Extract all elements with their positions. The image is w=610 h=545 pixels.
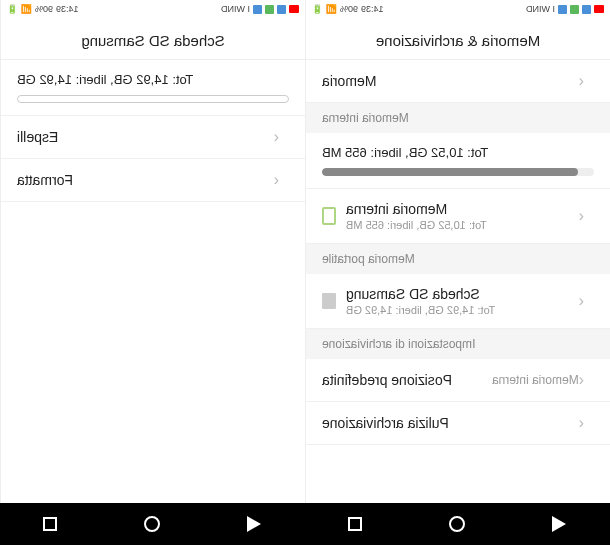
format-row[interactable]: ‹ Formatta [1, 159, 305, 202]
notif-icon [277, 5, 286, 14]
youtube-icon [289, 5, 299, 13]
sd-storage-text: Tot: 14,92 GB, liberi: 14,92 GB [17, 72, 289, 87]
section-storage-settings: Impostazioni di archiviazione [306, 329, 610, 359]
notif-icon [265, 5, 274, 14]
battery-icon: 🔋 [312, 4, 323, 14]
recent-apps-button[interactable] [44, 517, 58, 531]
internal-storage-text: Tot: 10,52 GB, liberi: 655 MB [322, 145, 594, 160]
memory-row[interactable]: ‹ Memoria [306, 60, 610, 103]
internal-memory-title: Memoria interna [346, 201, 579, 217]
notif-icon [253, 5, 262, 14]
memory-label: Memoria [322, 73, 579, 89]
chevron-left-icon: ‹ [579, 207, 584, 225]
navigation-bar [0, 503, 610, 545]
internal-memory-sub: Tot: 10,52 GB, liberi: 655 MB [346, 219, 579, 231]
internal-storage-fill [322, 168, 578, 176]
carrier-label: I WIND [221, 4, 250, 14]
chevron-left-icon: ‹ [579, 371, 584, 389]
battery-label: 90% [340, 4, 358, 14]
default-location-label: Posizione predefinita [322, 372, 484, 388]
internal-storage-summary: Tot: 10,52 GB, liberi: 655 MB [306, 133, 610, 189]
storage-cleanup-row[interactable]: ‹ Pulizia archiviazione [306, 402, 610, 445]
notif-icon [570, 5, 579, 14]
default-location-row[interactable]: ‹ Memoria interna Posizione predefinita [306, 359, 610, 402]
storage-chip-icon [322, 207, 336, 225]
storage-cleanup-label: Pulizia archiviazione [322, 415, 579, 431]
internal-storage-bar [322, 168, 594, 176]
content-area: ‹ Memoria Memoria interna Tot: 10,52 GB,… [306, 60, 610, 503]
sd-card-item[interactable]: ‹ Scheda SD Samsung Tot: 14,92 GB, liber… [306, 274, 610, 329]
screen-sd-card-detail: I WIND 14:39 90% 📶 🔋 Scheda SD Samsung T… [0, 0, 305, 503]
sd-card-icon [322, 293, 336, 309]
chevron-left-icon: ‹ [274, 171, 279, 189]
home-button[interactable] [145, 516, 161, 532]
home-button[interactable] [450, 516, 466, 532]
default-location-value: Memoria interna [492, 373, 579, 387]
section-portable-memory: Memoria portatile [306, 244, 610, 274]
youtube-icon [594, 5, 604, 13]
back-button[interactable] [248, 516, 262, 532]
status-time: 14:39 [361, 4, 384, 14]
sd-card-sub: Tot: 14,92 GB, liberi: 14,92 GB [346, 304, 579, 316]
sd-storage-summary: Tot: 14,92 GB, liberi: 14,92 GB [1, 60, 305, 116]
sd-storage-bar [17, 95, 289, 103]
notif-icon [558, 5, 567, 14]
status-bar: I WIND 14:39 90% 📶 🔋 [1, 0, 305, 18]
recent-apps-button[interactable] [349, 517, 363, 531]
notif-icon [582, 5, 591, 14]
chevron-left-icon: ‹ [579, 292, 584, 310]
status-time: 14:39 [56, 4, 79, 14]
format-label: Formatta [17, 172, 274, 188]
eject-row[interactable]: ‹ Espelli [1, 116, 305, 159]
wifi-icon: 📶 [326, 4, 337, 14]
battery-icon: 🔋 [7, 4, 18, 14]
chevron-left-icon: ‹ [274, 128, 279, 146]
wifi-icon: 📶 [21, 4, 32, 14]
internal-memory-item[interactable]: ‹ Memoria interna Tot: 10,52 GB, liberi:… [306, 189, 610, 244]
chevron-left-icon: ‹ [579, 72, 584, 90]
eject-label: Espelli [17, 129, 274, 145]
carrier-label: I WIND [526, 4, 555, 14]
page-title: Scheda SD Samsung [1, 18, 305, 60]
sd-card-title: Scheda SD Samsung [346, 286, 579, 302]
content-area: Tot: 14,92 GB, liberi: 14,92 GB ‹ Espell… [1, 60, 305, 503]
screen-storage-settings: I WIND 14:39 90% 📶 🔋 Memoria & archiviaz… [305, 0, 610, 503]
battery-label: 90% [35, 4, 53, 14]
back-button[interactable] [553, 516, 567, 532]
status-bar: I WIND 14:39 90% 📶 🔋 [306, 0, 610, 18]
chevron-left-icon: ‹ [579, 414, 584, 432]
section-internal-memory: Memoria interna [306, 103, 610, 133]
page-title: Memoria & archiviazione [306, 18, 610, 60]
